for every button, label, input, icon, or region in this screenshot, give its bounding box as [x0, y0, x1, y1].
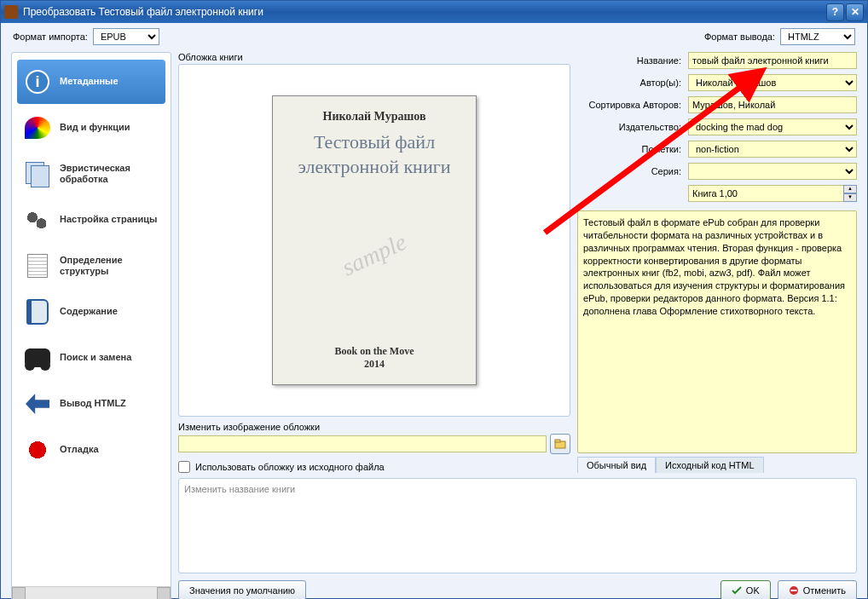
book-number-input[interactable] — [688, 185, 843, 202]
sidebar-item-structure[interactable]: Определение структуры — [17, 244, 165, 288]
cover-path-input[interactable] — [178, 435, 547, 452]
toc-icon — [26, 299, 49, 325]
dialog-window: Преобразовать Тестовый файл электронной … — [0, 0, 868, 599]
tags-select[interactable]: non-fiction — [688, 141, 857, 158]
folder-open-icon — [553, 437, 567, 451]
title-edit-placeholder: Изменить название книги — [184, 484, 295, 494]
sidebar-item-search-replace[interactable]: Поиск и замена — [17, 336, 165, 380]
title-label: Название: — [577, 55, 681, 66]
series-select[interactable] — [688, 163, 857, 180]
publisher-select[interactable]: docking the mad dog — [688, 118, 857, 135]
palette-icon — [25, 117, 50, 139]
import-format-select[interactable]: EPUB — [93, 28, 159, 45]
format-row: Формат импорта: EPUB Формат вывода: HTML… — [1, 23, 867, 49]
titlebar: Преобразовать Тестовый файл электронной … — [1, 1, 867, 23]
pages-icon — [26, 162, 49, 186]
sidebar-item-metadata[interactable]: i Метаданные — [17, 60, 165, 104]
cover-section: Обложка книги Николай Мурашов Тестовый ф… — [178, 52, 570, 473]
sidebar: i Метаданные Вид и функции Эвристическая… — [11, 52, 171, 599]
cover-sample-watermark: sample — [338, 228, 410, 282]
sidebar-item-page-setup[interactable]: Настройка страницы — [17, 198, 165, 242]
metadata-section: Название: Автор(ы): Николай Мурашов Сорт… — [577, 52, 857, 473]
title-edit-textarea[interactable]: Изменить название книги — [178, 478, 857, 573]
cancel-icon — [789, 585, 799, 596]
book-number-spinner[interactable]: ▲ ▼ — [688, 185, 857, 202]
series-label: Серия: — [577, 166, 681, 176]
sidebar-hscroll[interactable] — [12, 586, 171, 599]
bug-icon — [26, 439, 49, 461]
svg-rect-3 — [790, 590, 796, 591]
main-panel: Обложка книги Николай Мурашов Тестовый ф… — [178, 52, 857, 599]
book-cover-image: Николай Мурашов Тестовый файл электронно… — [272, 95, 477, 385]
use-source-cover-label: Использовать обложку из исходного файла — [195, 462, 385, 472]
sidebar-item-look-feel[interactable]: Вид и функции — [17, 106, 165, 150]
cover-author: Николай Мурашов — [323, 110, 426, 124]
ok-button[interactable]: OK — [720, 580, 771, 599]
dialog-footer: Значения по умолчанию OK Отменить — [178, 580, 857, 599]
document-icon — [27, 254, 48, 278]
description-textarea[interactable]: Тестовый файл в формате ePub собран для … — [577, 210, 857, 453]
authors-label: Автор(ы): — [577, 78, 681, 88]
sidebar-item-toc[interactable]: Содержание — [17, 290, 165, 334]
cover-preview-frame: Николай Мурашов Тестовый файл электронно… — [178, 64, 570, 417]
content-area: i Метаданные Вид и функции Эвристическая… — [1, 49, 867, 599]
scroll-left-icon[interactable] — [12, 587, 26, 599]
svg-rect-1 — [555, 440, 560, 442]
import-format-label: Формат импорта: — [13, 32, 88, 42]
close-button[interactable]: ✕ — [846, 3, 864, 21]
cover-footer: Book on the Move 2014 — [335, 345, 414, 371]
publisher-label: Издательство: — [577, 122, 681, 132]
tags-label: Пометки: — [577, 144, 681, 154]
title-edit-section: Изменить название книги — [178, 478, 857, 573]
browse-cover-button[interactable] — [550, 434, 570, 454]
authors-select[interactable]: Николай Мурашов — [688, 74, 857, 91]
check-icon — [732, 585, 742, 596]
arrow-left-icon — [26, 394, 49, 414]
binoculars-icon — [25, 348, 50, 367]
use-source-cover-checkbox[interactable] — [178, 461, 190, 473]
sidebar-item-heuristic[interactable]: Эвристическая обработка — [17, 152, 165, 196]
sidebar-item-debug[interactable]: Отладка — [17, 428, 165, 472]
cover-title: Тестовый файл электронной книги — [283, 130, 466, 179]
change-cover-label: Изменить изображение обложки — [178, 422, 570, 432]
help-button[interactable]: ? — [826, 3, 844, 21]
output-format-label: Формат вывода: — [704, 32, 775, 42]
info-icon: i — [26, 70, 49, 94]
cancel-button[interactable]: Отменить — [778, 580, 857, 599]
authorsort-input[interactable] — [688, 96, 857, 113]
spinner-down-icon[interactable]: ▼ — [843, 193, 857, 202]
tab-html-source[interactable]: Исходный код HTML — [656, 457, 764, 473]
authorsort-label: Сортировка Авторов: — [577, 100, 681, 110]
gears-icon — [25, 208, 50, 232]
title-input[interactable] — [688, 52, 857, 69]
tab-normal-view[interactable]: Обычный вид — [577, 457, 656, 473]
scroll-right-icon[interactable] — [157, 587, 171, 599]
spinner-up-icon[interactable]: ▲ — [843, 185, 857, 193]
defaults-button[interactable]: Значения по умолчанию — [178, 580, 306, 599]
cover-group-label: Обложка книги — [178, 52, 570, 62]
sidebar-item-output-htmlz[interactable]: Вывод HTMLZ — [17, 382, 165, 426]
description-tabs: Обычный вид Исходный код HTML — [577, 457, 857, 473]
window-title: Преобразовать Тестовый файл электронной … — [23, 6, 825, 18]
app-icon — [4, 5, 18, 19]
output-format-select[interactable]: HTMLZ — [780, 28, 855, 45]
